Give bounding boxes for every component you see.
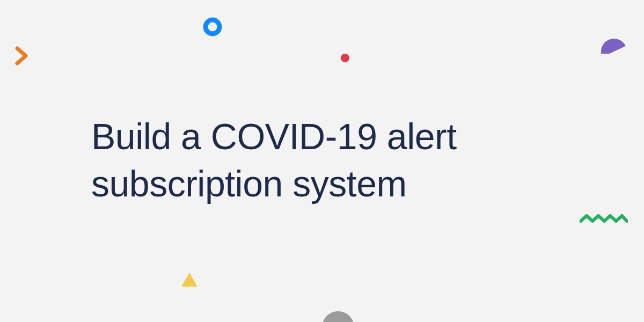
svg-point-0 [206,20,219,34]
triangle-icon [181,273,197,287]
dot-icon [341,54,349,62]
page-title: Build a COVID-19 alertsubscription syste… [91,113,457,208]
zigzag-icon [580,214,628,226]
half-circle-gray-icon [322,311,354,322]
half-circle-icon [601,39,627,56]
chevron-icon [15,46,31,68]
ring-icon [202,16,223,40]
title-line-1: Build a COVID-19 alertsubscription syste… [91,116,457,204]
